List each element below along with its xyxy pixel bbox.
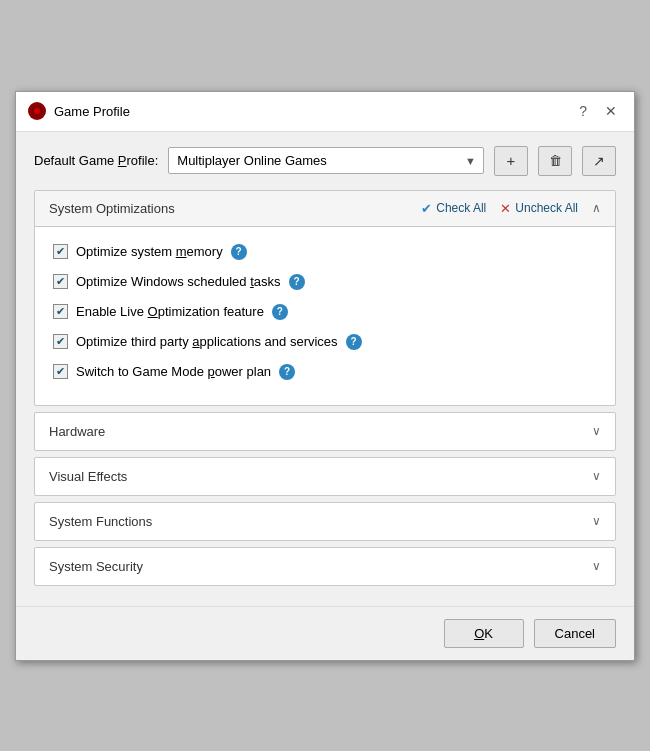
check-symbol: ✔ xyxy=(56,335,65,348)
system-security-chevron-icon: ∨ xyxy=(592,559,601,573)
dialog-body: Default Game Profile: Multiplayer Online… xyxy=(16,132,634,606)
game-profile-dialog: Game Profile ? ✕ Default Game Profile: M… xyxy=(15,91,635,661)
profile-label: Default Game Profile: xyxy=(34,153,158,168)
hardware-title: Hardware xyxy=(49,424,105,439)
hardware-section: Hardware ∨ xyxy=(34,412,616,451)
option-row: ✔ Enable Live Optimization feature ? xyxy=(49,297,601,327)
visual-effects-header[interactable]: Visual Effects ∨ xyxy=(35,458,615,495)
system-optimizations-section: System Optimizations ✔ Check All ✕ Unche… xyxy=(34,190,616,406)
system-functions-header[interactable]: System Functions ∨ xyxy=(35,503,615,540)
visual-effects-title: Visual Effects xyxy=(49,469,127,484)
title-bar: Game Profile ? ✕ xyxy=(16,92,634,132)
title-bar-buttons: ? ✕ xyxy=(574,101,622,121)
visual-effects-section: Visual Effects ∨ xyxy=(34,457,616,496)
export-icon: ↗ xyxy=(593,153,605,169)
svg-point-1 xyxy=(34,108,40,114)
check-symbol: ✔ xyxy=(56,245,65,258)
ok-rest: K xyxy=(484,626,493,641)
cancel-button[interactable]: Cancel xyxy=(534,619,616,648)
live-optimization-label: Enable Live Optimization feature xyxy=(76,304,264,319)
option-row: ✔ Optimize Windows scheduled tasks ? xyxy=(49,267,601,297)
optimize-memory-label: Optimize system memory xyxy=(76,244,223,259)
close-button[interactable]: ✕ xyxy=(600,101,622,121)
section-controls: ✔ Check All ✕ Uncheck All ∧ xyxy=(421,201,601,216)
third-party-label: Optimize third party applications and se… xyxy=(76,334,338,349)
export-profile-button[interactable]: ↗ xyxy=(582,146,616,176)
checkmark-icon: ✔ xyxy=(421,201,432,216)
help-button[interactable]: ? xyxy=(574,101,592,121)
uncheck-all-button[interactable]: ✕ Uncheck All xyxy=(500,201,578,216)
trash-icon: 🗑 xyxy=(549,153,562,168)
system-functions-title: System Functions xyxy=(49,514,152,529)
check-symbol: ✔ xyxy=(56,275,65,288)
system-optimizations-header[interactable]: System Optimizations ✔ Check All ✕ Unche… xyxy=(35,191,615,227)
optimize-memory-help-icon[interactable]: ? xyxy=(231,244,247,260)
system-optimizations-content: ✔ Optimize system memory ? ✔ Optimize Wi… xyxy=(35,227,615,405)
uncheck-all-label: Uncheck All xyxy=(515,201,578,215)
optimize-tasks-help-icon[interactable]: ? xyxy=(289,274,305,290)
app-icon xyxy=(28,102,46,120)
plus-icon: + xyxy=(507,152,516,169)
game-mode-help-icon[interactable]: ? xyxy=(279,364,295,380)
third-party-help-icon[interactable]: ? xyxy=(346,334,362,350)
system-security-header[interactable]: System Security ∨ xyxy=(35,548,615,585)
profile-select-wrap: Multiplayer Online Games Single Player G… xyxy=(168,147,484,174)
game-mode-checkbox[interactable]: ✔ xyxy=(53,364,68,379)
check-all-button[interactable]: ✔ Check All xyxy=(421,201,486,216)
check-symbol: ✔ xyxy=(56,305,65,318)
ok-label: O xyxy=(474,626,484,641)
profile-select[interactable]: Multiplayer Online Games Single Player G… xyxy=(168,147,484,174)
hardware-header[interactable]: Hardware ∨ xyxy=(35,413,615,450)
dialog-title: Game Profile xyxy=(54,104,130,119)
live-optimization-checkbox[interactable]: ✔ xyxy=(53,304,68,319)
option-row: ✔ Optimize system memory ? xyxy=(49,237,601,267)
optimize-memory-checkbox[interactable]: ✔ xyxy=(53,244,68,259)
profile-row: Default Game Profile: Multiplayer Online… xyxy=(34,146,616,176)
x-icon: ✕ xyxy=(500,201,511,216)
ok-button[interactable]: OK xyxy=(444,619,524,648)
optimize-tasks-checkbox[interactable]: ✔ xyxy=(53,274,68,289)
visual-effects-chevron-icon: ∨ xyxy=(592,469,601,483)
system-functions-chevron-icon: ∨ xyxy=(592,514,601,528)
check-all-label: Check All xyxy=(436,201,486,215)
third-party-checkbox[interactable]: ✔ xyxy=(53,334,68,349)
system-optimizations-title: System Optimizations xyxy=(49,201,175,216)
system-security-section: System Security ∨ xyxy=(34,547,616,586)
chevron-up-icon: ∧ xyxy=(592,201,601,215)
delete-profile-button[interactable]: 🗑 xyxy=(538,146,572,176)
title-bar-left: Game Profile xyxy=(28,102,130,120)
live-optimization-help-icon[interactable]: ? xyxy=(272,304,288,320)
option-row: ✔ Optimize third party applications and … xyxy=(49,327,601,357)
dialog-footer: OK Cancel xyxy=(16,606,634,660)
system-security-title: System Security xyxy=(49,559,143,574)
optimize-tasks-label: Optimize Windows scheduled tasks xyxy=(76,274,281,289)
option-row: ✔ Switch to Game Mode power plan ? xyxy=(49,357,601,387)
game-mode-label: Switch to Game Mode power plan xyxy=(76,364,271,379)
system-functions-section: System Functions ∨ xyxy=(34,502,616,541)
hardware-chevron-icon: ∨ xyxy=(592,424,601,438)
check-symbol: ✔ xyxy=(56,365,65,378)
add-profile-button[interactable]: + xyxy=(494,146,528,176)
